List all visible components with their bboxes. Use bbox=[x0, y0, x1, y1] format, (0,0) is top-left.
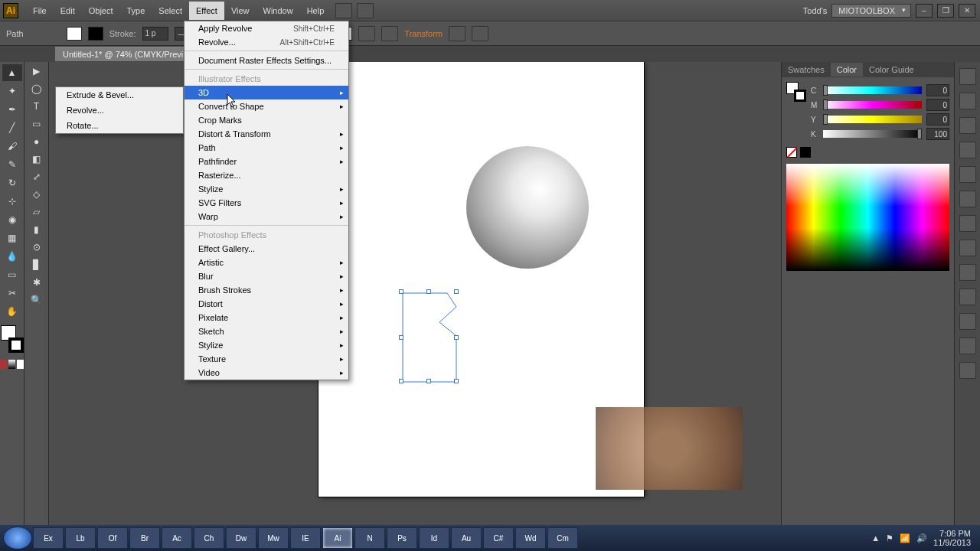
arrange-icon[interactable] bbox=[357, 3, 374, 18]
mesh-tool[interactable]: ▦ bbox=[2, 230, 22, 246]
taskbar-app[interactable]: Of bbox=[97, 527, 128, 549]
type-tool[interactable]: T bbox=[27, 98, 47, 115]
menu-sketch[interactable]: Sketch bbox=[185, 324, 348, 338]
tray-action-icon[interactable]: ⚑ bbox=[886, 533, 893, 543]
tab-color[interactable]: Color bbox=[831, 63, 863, 77]
width-tool[interactable]: ⊹ bbox=[2, 193, 22, 210]
none-mode-icon[interactable] bbox=[17, 360, 24, 369]
menu-edit[interactable]: Edit bbox=[54, 2, 82, 20]
tab-swatches[interactable]: Swatches bbox=[782, 63, 831, 77]
close-button[interactable]: ✕ bbox=[959, 4, 975, 18]
menu-pixelate[interactable]: Pixelate bbox=[185, 311, 348, 324]
yellow-input[interactable] bbox=[926, 113, 949, 126]
submenu-revolve[interactable]: Revolve... bbox=[56, 103, 183, 118]
color-mode-icon[interactable] bbox=[0, 360, 7, 369]
dock-transparency-icon[interactable] bbox=[959, 191, 976, 207]
minimize-button[interactable]: – bbox=[916, 4, 933, 18]
menu-artistic[interactable]: Artistic bbox=[185, 256, 348, 269]
free-transform-tool[interactable]: ◇ bbox=[27, 186, 47, 203]
line-tool[interactable]: ╱ bbox=[2, 119, 22, 136]
rotate-tool[interactable]: ↻ bbox=[2, 174, 22, 191]
gradient-mode-icon[interactable] bbox=[8, 360, 15, 369]
menu-brush-strokes[interactable]: Brush Strokes bbox=[185, 283, 348, 297]
tab-color-guide[interactable]: Color Guide bbox=[863, 63, 920, 77]
menu-view[interactable]: View bbox=[224, 2, 256, 20]
stroke-swatch[interactable] bbox=[88, 27, 103, 41]
document-tab[interactable]: Untitled-1* @ 74% (CMYK/Previ bbox=[55, 47, 191, 61]
taskbar-app[interactable]: Au bbox=[451, 527, 482, 549]
workspace-switcher[interactable]: MIOTOOLBOX bbox=[831, 4, 911, 18]
magenta-input[interactable] bbox=[926, 99, 949, 111]
black-input[interactable] bbox=[926, 128, 949, 140]
stroke-weight-input[interactable] bbox=[142, 27, 168, 41]
dock-layers-icon[interactable] bbox=[959, 264, 976, 281]
blob-brush-tool[interactable]: ● bbox=[27, 133, 47, 150]
lasso-tool[interactable]: ◯ bbox=[27, 80, 47, 97]
taskbar-app[interactable]: Ai bbox=[322, 527, 353, 549]
taskbar-app[interactable]: Dw bbox=[226, 527, 256, 549]
dock-transform-icon[interactable] bbox=[959, 362, 976, 379]
panel-fill-stroke[interactable] bbox=[786, 82, 806, 102]
pencil-tool[interactable]: ✎ bbox=[2, 156, 22, 173]
hand-tool[interactable]: ✋ bbox=[2, 303, 22, 320]
menu-distort[interactable]: Distort bbox=[185, 297, 348, 311]
menu-apply-last[interactable]: Apply RevolveShift+Ctrl+E bbox=[185, 21, 348, 35]
dock-stroke-icon[interactable] bbox=[959, 142, 976, 158]
taskbar-app[interactable]: Wd bbox=[515, 527, 546, 549]
menu-texture[interactable]: Texture bbox=[185, 352, 348, 366]
slice-tool[interactable]: ✂ bbox=[2, 285, 22, 302]
magic-wand-tool[interactable]: ✦ bbox=[2, 83, 22, 99]
menu-warp[interactable]: Warp bbox=[185, 210, 348, 226]
tray-network-icon[interactable]: 📶 bbox=[900, 533, 910, 543]
fill-swatch[interactable] bbox=[67, 27, 82, 41]
tray-volume-icon[interactable]: 🔊 bbox=[916, 533, 927, 543]
artboard-tool[interactable]: ▭ bbox=[2, 266, 22, 283]
submenu-extrude[interactable]: Extrude & Bevel... bbox=[56, 87, 183, 103]
taskbar-app[interactable]: Ps bbox=[387, 527, 417, 549]
dock-appearance-icon[interactable] bbox=[959, 215, 976, 232]
none-swatch-icon[interactable] bbox=[786, 147, 797, 158]
menu-file[interactable]: File bbox=[26, 2, 54, 20]
transform-link[interactable]: Transform bbox=[404, 29, 443, 38]
scale-tool[interactable]: ⤢ bbox=[27, 168, 47, 185]
menu-distort-transform[interactable]: Distort & Transform bbox=[185, 127, 348, 141]
taskbar-app[interactable]: Ex bbox=[33, 527, 64, 549]
menu-select[interactable]: Select bbox=[152, 2, 189, 20]
magenta-slider[interactable] bbox=[823, 101, 922, 109]
menu-crop-marks[interactable]: Crop Marks bbox=[185, 113, 348, 127]
zoom-tool[interactable]: 🔍 bbox=[27, 292, 47, 308]
taskbar-app[interactable]: Ac bbox=[162, 527, 192, 549]
color-spectrum[interactable] bbox=[786, 164, 949, 271]
menu-object[interactable]: Object bbox=[82, 2, 120, 20]
taskbar-app[interactable]: Mw bbox=[258, 527, 289, 549]
menu-convert-shape[interactable]: Convert to Shape bbox=[185, 99, 348, 113]
menu-raster-settings[interactable]: Document Raster Effects Settings... bbox=[185, 54, 348, 70]
align-icon[interactable] bbox=[381, 26, 398, 41]
misc-icon[interactable] bbox=[472, 26, 488, 41]
symbol-sprayer-tool[interactable]: ✱ bbox=[27, 274, 47, 291]
rectangle-tool[interactable]: ▭ bbox=[27, 116, 47, 132]
pen-tool[interactable]: ✒ bbox=[2, 101, 22, 118]
tray-up-icon[interactable]: ▲ bbox=[871, 533, 880, 543]
dock-symbols-icon[interactable] bbox=[959, 117, 976, 134]
black-swatch-icon[interactable] bbox=[800, 147, 811, 158]
paintbrush-tool[interactable]: 🖌 bbox=[2, 138, 22, 155]
menu-effect-gallery[interactable]: Effect Gallery... bbox=[185, 242, 348, 256]
dock-pathfinder-icon[interactable] bbox=[959, 337, 976, 354]
cyan-slider[interactable] bbox=[823, 86, 922, 94]
menu-path[interactable]: Path bbox=[185, 141, 348, 155]
taskbar-app[interactable]: N bbox=[354, 527, 385, 549]
dock-libraries-icon[interactable] bbox=[959, 68, 976, 85]
isolate-icon[interactable] bbox=[449, 26, 466, 41]
graph-tool[interactable]: ▊ bbox=[27, 256, 47, 273]
selected-path[interactable] bbox=[401, 292, 459, 383]
black-slider[interactable] bbox=[823, 130, 922, 138]
layout-icon[interactable] bbox=[335, 3, 352, 18]
yellow-slider[interactable] bbox=[823, 116, 922, 123]
taskbar-app[interactable]: IE bbox=[290, 527, 321, 549]
system-tray[interactable]: ▲ ⚑ 📶 🔊 7:06 PM 11/9/2013 bbox=[871, 529, 977, 547]
dock-gradient-icon[interactable] bbox=[959, 166, 976, 183]
taskbar-app[interactable]: Br bbox=[129, 527, 160, 549]
eraser-tool[interactable]: ◧ bbox=[27, 151, 47, 168]
menu-blur[interactable]: Blur bbox=[185, 269, 348, 283]
